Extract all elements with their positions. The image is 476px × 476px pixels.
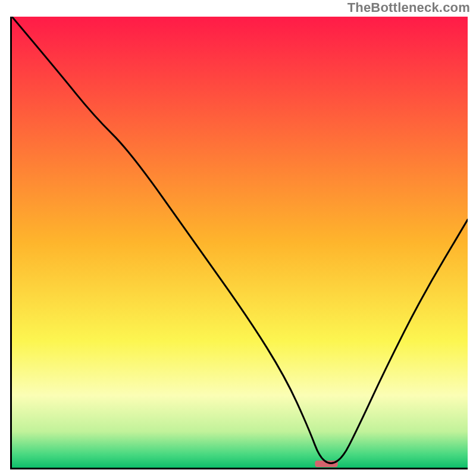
watermark-text: TheBottleneck.com xyxy=(347,0,470,15)
chart-stage: TheBottleneck.com xyxy=(0,0,476,476)
chart-svg xyxy=(12,17,468,468)
plot-area xyxy=(10,17,468,469)
gradient-background xyxy=(12,17,468,468)
